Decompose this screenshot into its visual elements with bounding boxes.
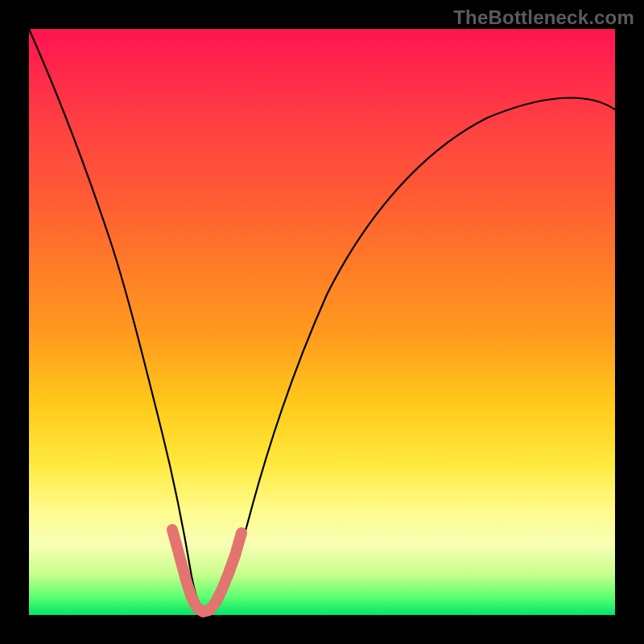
highlight-range: [172, 530, 242, 612]
plot-area: [29, 29, 615, 615]
chart-svg: [29, 29, 615, 615]
watermark-label: TheBottleneck.com: [453, 6, 634, 29]
bottleneck-curve: [29, 29, 615, 613]
chart-frame: TheBottleneck.com: [0, 0, 644, 644]
